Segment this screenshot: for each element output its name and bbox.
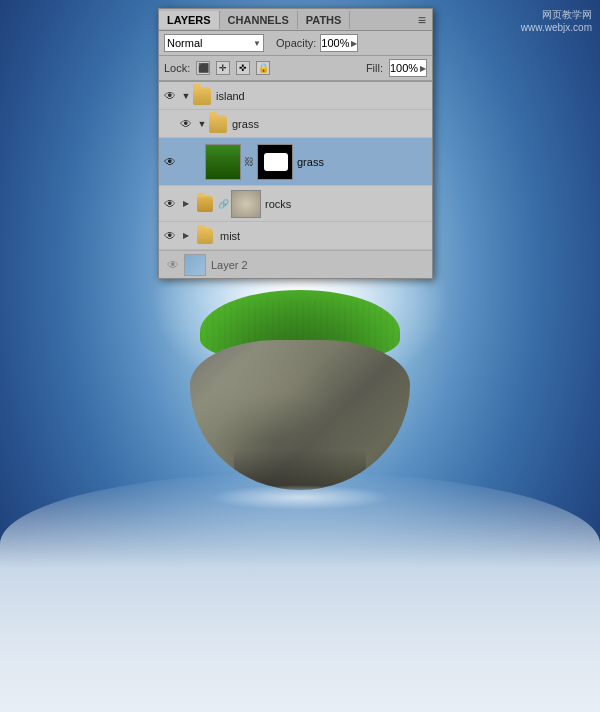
opacity-arrow-icon: ▶ — [351, 39, 357, 48]
folder-rocks-icon — [197, 196, 213, 212]
rocks-mask-thumbnail — [231, 190, 261, 218]
tab-layers[interactable]: LAYERS — [159, 11, 220, 29]
layer-grass-folder-name: grass — [232, 118, 259, 130]
watermark-line1: 网页教学网 — [521, 8, 592, 22]
folder-grass-icon — [209, 115, 227, 133]
layer-rocks[interactable]: 👁 ▶ 🔗 rocks — [159, 186, 432, 222]
watermark-line2: www.webjx.com — [521, 22, 592, 33]
layers-panel: LAYERS CHANNELS PATHS ≡ Normal ▼ Opacity… — [158, 8, 433, 279]
opacity-label: Opacity: — [276, 37, 316, 49]
island-rocks — [190, 340, 410, 490]
layer2-name: Layer 2 — [211, 259, 248, 271]
grass-thumbnails: ⛓ — [205, 144, 293, 180]
fill-input[interactable]: 100% ▶ — [389, 59, 427, 77]
visibility-grass-icon[interactable]: 👁 — [161, 152, 179, 172]
layer-island[interactable]: 👁 ▼ island — [159, 82, 432, 110]
layer-mist-name: mist — [220, 230, 240, 242]
blend-mode-select[interactable]: Normal ▼ — [164, 34, 264, 52]
blend-mode-row: Normal ▼ Opacity: 100% ▶ — [159, 31, 432, 56]
visibility-rocks-icon[interactable]: 👁 — [161, 194, 179, 214]
layer-grass-name: grass — [297, 156, 324, 168]
grass-layer-thumbnail — [205, 144, 241, 180]
folder-island-icon — [193, 87, 211, 105]
expand-rocks-icon[interactable]: ▶ — [179, 199, 193, 208]
tab-paths[interactable]: PATHS — [298, 11, 351, 29]
layer-grass[interactable]: 👁 ⛓ grass — [159, 138, 432, 186]
island-shadow — [210, 485, 390, 510]
layer-island-name: island — [216, 90, 245, 102]
lock-all-icon[interactable]: 🔒 — [256, 61, 270, 75]
tab-channels[interactable]: CHANNELS — [220, 11, 298, 29]
watermark: 网页教学网 www.webjx.com — [521, 8, 592, 33]
layers-list: 👁 ▼ island 👁 ▼ grass 👁 ⛓ grass 👁 — [159, 81, 432, 278]
lock-transparent-icon[interactable]: ⬛ — [196, 61, 210, 75]
layer-grass-folder[interactable]: 👁 ▼ grass — [159, 110, 432, 138]
fill-arrow-icon: ▶ — [420, 64, 426, 73]
blend-select-arrow-icon: ▼ — [253, 39, 261, 48]
visibility-mist-icon[interactable]: 👁 — [161, 226, 179, 246]
visibility-layer2-icon[interactable]: 👁 — [164, 255, 182, 275]
opacity-input[interactable]: 100% ▶ — [320, 34, 358, 52]
expand-grass-icon[interactable]: ▼ — [195, 119, 209, 129]
layer-mist[interactable]: 👁 ▶ mist — [159, 222, 432, 250]
expand-island-icon[interactable]: ▼ — [179, 91, 193, 101]
link-icon: 🔗 — [218, 199, 229, 209]
visibility-grass-folder-icon[interactable]: 👁 — [177, 114, 195, 134]
layer-layer2[interactable]: 👁 Layer 2 — [159, 250, 432, 278]
visibility-island-icon[interactable]: 👁 — [161, 86, 179, 106]
expand-mist-icon[interactable]: ▶ — [179, 231, 193, 240]
panel-tabs: LAYERS CHANNELS PATHS ≡ — [159, 9, 432, 31]
floating-island — [190, 290, 410, 490]
lock-position-icon[interactable]: ✜ — [236, 61, 250, 75]
layer-rocks-name: rocks — [265, 198, 291, 210]
folder-mist-icon — [197, 228, 213, 244]
lock-label: Lock: — [164, 62, 190, 74]
lock-pixels-icon[interactable]: ✛ — [216, 61, 230, 75]
grass-mask-thumbnail — [257, 144, 293, 180]
panel-menu-button[interactable]: ≡ — [412, 12, 432, 28]
layer2-thumbnail — [184, 254, 206, 276]
chain-link-icon: ⛓ — [244, 156, 254, 167]
fill-label: Fill: — [366, 62, 383, 74]
lock-row: Lock: ⬛ ✛ ✜ 🔒 Fill: 100% ▶ — [159, 56, 432, 81]
